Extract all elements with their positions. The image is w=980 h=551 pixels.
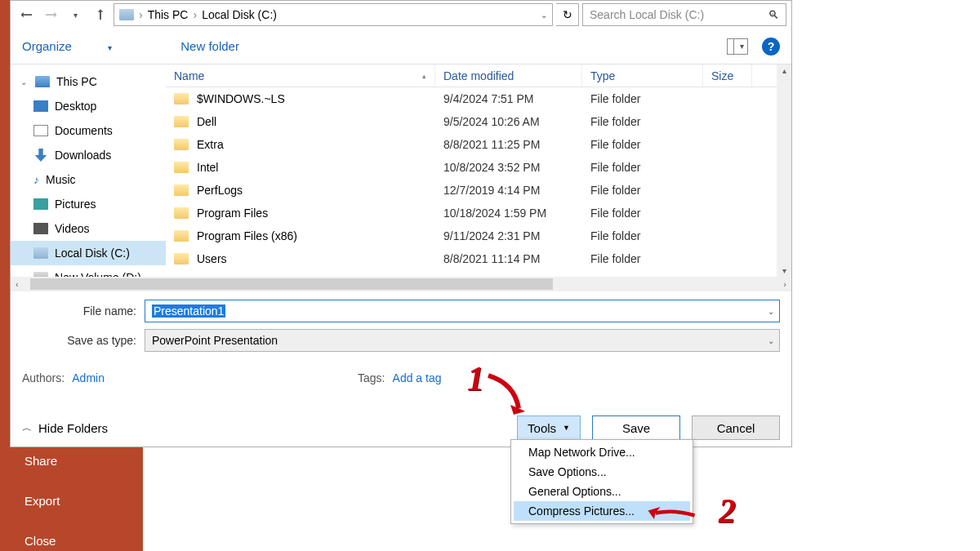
pc-icon — [35, 76, 50, 87]
expand-icon[interactable]: ⌄ — [20, 78, 29, 87]
back-button[interactable]: 🠔 — [16, 4, 37, 25]
organize-menu[interactable]: Organize ▾ — [22, 39, 145, 53]
file-type: File folder — [582, 161, 703, 174]
metadata-row: Authors: Admin Tags: Add a tag — [11, 363, 791, 384]
tree-music[interactable]: ♪Music — [11, 167, 166, 192]
new-folder-button[interactable]: New folder — [180, 39, 239, 53]
cancel-button[interactable]: Cancel — [692, 415, 780, 440]
vertical-scrollbar[interactable]: ▴▾ — [777, 64, 791, 277]
view-options-icon[interactable] — [727, 38, 748, 55]
column-type[interactable]: Type — [582, 64, 703, 87]
menu-save-options[interactable]: Save Options... — [514, 462, 690, 482]
search-icon: 🔍︎ — [768, 8, 779, 21]
file-row[interactable]: Program Files (x86)9/11/2024 2:31 PMFile… — [166, 224, 791, 247]
file-date: 10/18/2024 1:59 PM — [435, 207, 582, 220]
folder-icon — [174, 207, 189, 219]
drive-icon — [33, 247, 48, 259]
column-size[interactable]: Size — [703, 64, 752, 87]
file-date: 8/8/2021 11:14 PM — [435, 252, 582, 265]
navigation-tree[interactable]: ⌄ This PC Desktop Documents Downloads ♪M… — [11, 64, 166, 277]
scroll-left-icon[interactable]: ‹ — [16, 279, 19, 289]
tree-downloads[interactable]: Downloads — [11, 143, 166, 167]
authors-value[interactable]: Admin — [72, 371, 105, 384]
file-row[interactable]: Dell9/5/2024 10:26 AMFile folder — [166, 110, 791, 133]
horizontal-scrollbar[interactable]: ‹ › — [11, 277, 791, 291]
save-type-select[interactable]: PowerPoint Presentation ⌄ — [145, 329, 780, 352]
file-date: 10/8/2024 3:52 PM — [435, 161, 582, 174]
authors-label: Authors: — [22, 371, 65, 384]
file-name: Users — [197, 252, 227, 265]
file-type: File folder — [582, 207, 703, 220]
file-date: 9/5/2024 10:26 AM — [435, 115, 582, 128]
documents-icon — [33, 125, 48, 136]
tree-videos[interactable]: Videos — [11, 216, 166, 241]
address-bar[interactable]: › This PC › Local Disk (C:) ⌄ — [114, 3, 553, 26]
explorer-pane: ⌄ This PC Desktop Documents Downloads ♪M… — [11, 64, 791, 277]
save-as-dialog: 🠔 🠖 ▾ 🠕 › This PC › Local Disk (C:) ⌄ ↻ … — [10, 0, 792, 447]
save-type-label: Save as type: — [22, 334, 145, 347]
address-dropdown-icon[interactable]: ⌄ — [541, 11, 547, 20]
tree-documents[interactable]: Documents — [11, 118, 166, 143]
menu-general-options[interactable]: General Options... — [514, 482, 690, 501]
tree-desktop[interactable]: Desktop — [11, 94, 166, 118]
breadcrumb-root[interactable]: This PC — [148, 8, 189, 21]
search-placeholder: Search Local Disk (C:) — [590, 8, 704, 21]
music-icon: ♪ — [33, 173, 39, 186]
tree-new-volume-d[interactable]: New Volume (D:)⌄ — [11, 265, 166, 277]
backstage-close[interactable]: Close — [0, 521, 143, 551]
file-row[interactable]: Users8/8/2021 11:14 PMFile folder — [166, 247, 791, 270]
scroll-up-icon[interactable]: ▴ — [782, 66, 786, 75]
folder-icon — [174, 253, 189, 264]
up-button[interactable]: 🠕 — [89, 4, 110, 25]
chevron-down-icon[interactable]: ⌄ — [768, 336, 774, 345]
folder-icon — [174, 184, 189, 196]
file-row[interactable]: PerfLogs12/7/2019 4:14 PMFile folder — [166, 179, 791, 202]
dialog-toolbar: Organize ▾ New folder ▾ ? — [11, 29, 791, 64]
refresh-button[interactable]: ↻ — [556, 3, 579, 26]
breadcrumb-location[interactable]: Local Disk (C:) — [202, 8, 277, 21]
file-name: Program Files — [197, 207, 268, 220]
menu-map-network-drive[interactable]: Map Network Drive... — [514, 442, 690, 462]
chevron-down-icon[interactable]: ⌄ — [768, 307, 774, 316]
tags-value[interactable]: Add a tag — [393, 371, 442, 384]
column-date[interactable]: Date modified — [435, 64, 582, 87]
file-name: Dell — [197, 115, 216, 128]
sort-indicator-icon: ▴ — [422, 72, 426, 80]
backstage-export[interactable]: Export — [0, 481, 143, 521]
downloads-icon — [33, 149, 48, 162]
file-date: 12/7/2019 4:14 PM — [435, 184, 582, 197]
folder-icon — [174, 230, 189, 242]
help-button[interactable]: ? — [762, 38, 780, 56]
scroll-down-icon[interactable]: ▾ — [782, 266, 786, 275]
breadcrumb-separator-icon: › — [193, 8, 197, 21]
column-headers: Name▴ Date modified Type Size — [166, 64, 791, 87]
recent-locations-dropdown[interactable]: ▾ — [65, 4, 86, 25]
breadcrumb-separator-icon: › — [139, 8, 143, 21]
filename-label: File name: — [22, 304, 145, 318]
chevron-up-icon: ︿ — [22, 421, 32, 435]
file-row[interactable]: $WINDOWS.~LS9/4/2024 7:51 PMFile folder — [166, 87, 791, 110]
forward-button: 🠖 — [40, 4, 61, 25]
file-row[interactable]: Program Files10/18/2024 1:59 PMFile fold… — [166, 202, 791, 224]
file-row[interactable]: Intel10/8/2024 3:52 PMFile folder — [166, 156, 791, 179]
tree-this-pc[interactable]: ⌄ This PC — [11, 69, 166, 94]
hide-folders-toggle[interactable]: ︿ Hide Folders — [22, 421, 108, 435]
file-row[interactable]: Extra8/8/2021 11:25 PMFile folder — [166, 133, 791, 156]
folder-icon — [174, 139, 189, 150]
tree-local-disk-c[interactable]: Local Disk (C:) — [11, 241, 166, 265]
drive-icon — [119, 9, 134, 20]
tree-pictures[interactable]: Pictures — [11, 192, 166, 216]
desktop-icon — [33, 100, 48, 112]
filename-input[interactable]: Presentation1 ⌄ — [145, 300, 780, 322]
file-list: Name▴ Date modified Type Size $WINDOWS.~… — [166, 64, 791, 277]
file-date: 9/4/2024 7:51 PM — [435, 92, 582, 105]
tools-button[interactable]: Tools ▼ — [517, 415, 581, 440]
column-name[interactable]: Name▴ — [166, 64, 435, 87]
save-button[interactable]: Save — [592, 415, 680, 440]
scroll-right-icon[interactable]: › — [783, 279, 786, 289]
search-input[interactable]: Search Local Disk (C:) 🔍︎ — [582, 3, 786, 26]
save-form: File name: Presentation1 ⌄ Save as type:… — [11, 291, 791, 363]
annotation-arrow-2-icon — [647, 506, 696, 522]
scrollbar-thumb[interactable] — [30, 278, 553, 290]
folder-icon — [174, 93, 189, 104]
